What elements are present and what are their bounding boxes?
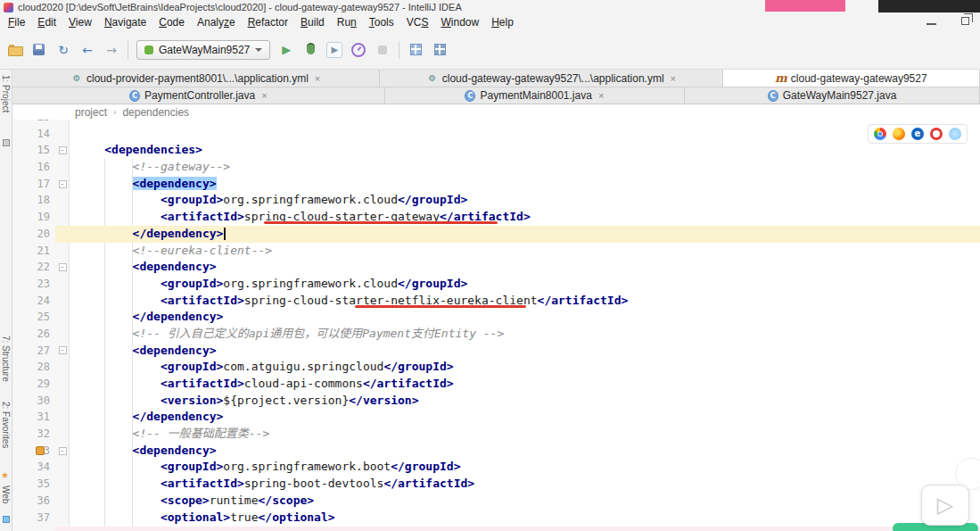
code-line[interactable]: 34<groupId>org.springframework.boot</gro…: [12, 459, 980, 476]
menu-run[interactable]: Run: [331, 15, 363, 29]
toolwindow-structure[interactable]: 7: Structure: [1, 336, 11, 382]
chrome-icon[interactable]: [874, 128, 886, 140]
code-line[interactable]: 27<dependency>: [12, 343, 980, 360]
line-number[interactable]: 20: [12, 226, 55, 243]
line-number[interactable]: 17: [12, 176, 55, 193]
run-icon[interactable]: [278, 42, 294, 58]
line-number[interactable]: 26: [12, 326, 55, 343]
code-line[interactable]: 16<!--gateway-->: [12, 159, 980, 176]
tab-paymentcontroller-java[interactable]: PaymentController.java: [12, 87, 385, 104]
fold-marker-icon[interactable]: [59, 346, 67, 354]
opera-icon[interactable]: [930, 128, 943, 140]
editor[interactable]: 131415<dependencies>16<!--gateway-->17<d…: [12, 120, 980, 531]
line-number[interactable]: 32: [12, 426, 55, 443]
line-number[interactable]: 30: [12, 393, 55, 410]
line-number[interactable]: 15: [12, 142, 55, 159]
fold-marker-icon[interactable]: [59, 263, 67, 271]
web-icon[interactable]: [3, 516, 10, 523]
line-number[interactable]: 25: [12, 309, 55, 326]
line-number[interactable]: 34: [12, 459, 55, 476]
video-play-button[interactable]: [921, 485, 969, 526]
favorites-star-icon[interactable]: [1, 466, 9, 482]
toolwindow-favorites[interactable]: 2: Favorites: [1, 402, 11, 448]
minimize-button[interactable]: [926, 16, 936, 25]
menu-refactor[interactable]: Refactor: [242, 15, 294, 29]
line-number[interactable]: 28: [12, 359, 55, 376]
menu-navigate[interactable]: Navigate: [98, 15, 152, 29]
fold-marker-icon[interactable]: [59, 180, 67, 188]
line-number[interactable]: 36: [12, 493, 55, 510]
menu-analyze[interactable]: Analyze: [191, 15, 242, 29]
line-number[interactable]: 21: [12, 243, 55, 260]
tab-cloud-gateway-gateway9527[interactable]: cloud-gateway-gateway9527: [723, 70, 980, 87]
line-number[interactable]: 13: [12, 120, 55, 126]
code-line[interactable]: 20</dependency>: [12, 226, 980, 243]
run-config-select[interactable]: GateWayMain9527: [136, 40, 270, 60]
line-number[interactable]: 31: [12, 409, 55, 426]
line-number[interactable]: 33: [12, 443, 55, 460]
code-line[interactable]: 36<scope>runtime</scope>: [12, 493, 980, 510]
stop-icon[interactable]: [375, 42, 391, 58]
code-area[interactable]: 131415<dependencies>16<!--gateway-->17<d…: [12, 120, 980, 526]
code-line[interactable]: 21<!--eureka-client-->: [12, 243, 980, 260]
line-number[interactable]: 22: [12, 259, 55, 276]
toolwindow-web[interactable]: Web: [1, 485, 11, 503]
code-line[interactable]: 37<optional>true</optional>: [12, 510, 980, 527]
breadcrumb-project[interactable]: project: [75, 106, 107, 119]
line-number[interactable]: 35: [12, 476, 55, 493]
safari-icon[interactable]: [949, 128, 961, 140]
maximize-button[interactable]: [961, 17, 969, 25]
menu-tools[interactable]: Tools: [363, 15, 400, 29]
line-number[interactable]: 24: [12, 293, 55, 310]
menu-build[interactable]: Build: [294, 15, 331, 29]
code-line[interactable]: 14: [12, 126, 980, 143]
code-line[interactable]: 35<artifactId>spring-boot-devtools</arti…: [12, 476, 980, 493]
firefox-icon[interactable]: [893, 128, 905, 140]
code-line[interactable]: 33<dependency>: [12, 443, 980, 460]
line-number[interactable]: 16: [12, 159, 55, 176]
code-line[interactable]: 28<groupId>com.atguigu.springcloud</grou…: [12, 359, 980, 376]
menu-vcs[interactable]: VCS: [400, 15, 435, 29]
line-number[interactable]: 14: [12, 126, 55, 143]
menu-window[interactable]: Window: [434, 15, 485, 29]
settings-icon[interactable]: [432, 42, 448, 58]
tab-paymentmain8001-java[interactable]: PaymentMain8001.java: [385, 87, 685, 104]
menu-help[interactable]: Help: [485, 15, 520, 29]
code-line[interactable]: 15<dependencies>: [12, 142, 980, 159]
close-tab-icon[interactable]: [671, 72, 676, 85]
line-number[interactable]: 27: [12, 343, 55, 360]
code-line[interactable]: 18<groupId>org.springframework.cloud</gr…: [12, 192, 980, 209]
edge-icon[interactable]: [911, 128, 924, 140]
gutter-bookmark-icon[interactable]: [36, 446, 45, 455]
menu-edit[interactable]: Edit: [31, 15, 62, 29]
code-line[interactable]: 31</dependency>: [12, 409, 980, 426]
line-number[interactable]: 37: [12, 510, 55, 527]
coverage-icon[interactable]: [326, 42, 342, 58]
back-icon[interactable]: [79, 42, 95, 58]
tab-cloud-provider-payment8001-application-y[interactable]: cloud-provider-payment8001\...\applicati…: [12, 70, 380, 87]
code-line[interactable]: 19<artifactId>spring-cloud-starter-gatew…: [12, 209, 980, 226]
profiler-icon[interactable]: [350, 42, 366, 58]
tab-gatewaymain9527-java[interactable]: GateWayMain9527.java: [685, 87, 980, 104]
fold-marker-icon[interactable]: [59, 146, 67, 154]
menu-view[interactable]: View: [62, 15, 98, 29]
menu-file[interactable]: File: [2, 15, 31, 29]
code-line[interactable]: 24<artifactId>spring-cloud-starter-netfl…: [12, 293, 980, 310]
line-number[interactable]: 18: [12, 192, 55, 209]
code-line[interactable]: 17<dependency>: [12, 176, 980, 193]
code-line[interactable]: 32<!-- 一般基础配置类-->: [12, 426, 980, 443]
line-number[interactable]: 23: [12, 276, 55, 293]
forward-icon[interactable]: [103, 42, 119, 58]
line-number[interactable]: 19: [12, 209, 55, 226]
menu-code[interactable]: Code: [152, 15, 191, 29]
open-icon[interactable]: [7, 42, 23, 58]
breadcrumb-dependencies[interactable]: dependencies: [122, 106, 189, 119]
save-icon[interactable]: [31, 42, 47, 58]
sync-icon[interactable]: [55, 42, 71, 58]
code-line[interactable]: 13: [12, 120, 980, 126]
code-line[interactable]: 26<!-- 引入自己定义的api通用包，可以使用Payment支付Entity…: [12, 326, 980, 343]
toolwindow-project[interactable]: 1: Project: [1, 75, 11, 112]
close-tab-icon[interactable]: [598, 89, 604, 102]
code-line[interactable]: 25</dependency>: [12, 309, 980, 326]
close-tab-icon[interactable]: [315, 72, 320, 85]
